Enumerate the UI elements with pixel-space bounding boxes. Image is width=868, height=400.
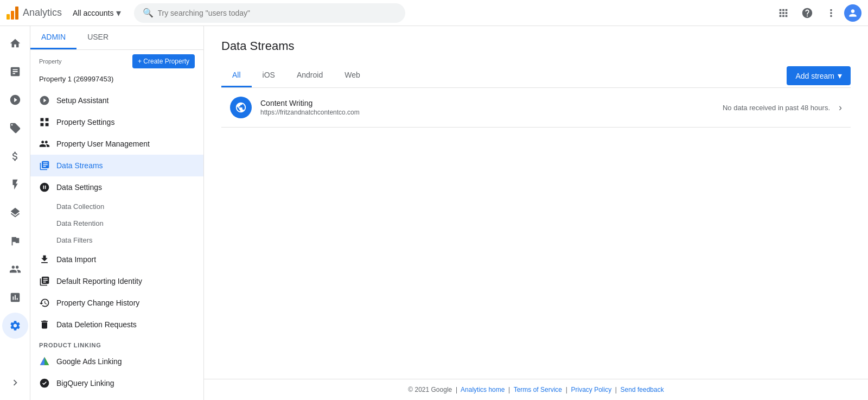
history-icon: [39, 297, 50, 308]
sidebar-item-property-user-management[interactable]: Property User Management: [30, 133, 203, 155]
sidebar-sub-item-data-retention[interactable]: Data Retention: [30, 215, 203, 232]
sidebar-item-label: Data Settings: [56, 183, 102, 192]
logo-bar-3: [15, 7, 18, 20]
stream-chevron-icon: ›: [839, 102, 842, 113]
main-layout: ADMIN USER Property + Create Property Pr…: [0, 26, 868, 400]
nav-reports-icon[interactable]: [2, 59, 28, 85]
product-linking-label: PRODUCT LINKING: [30, 335, 203, 351]
data-streams-icon: [39, 160, 50, 171]
svg-rect-0: [41, 118, 44, 122]
stream-globe-icon: [230, 97, 252, 118]
property-header-row: Property + Create Property: [30, 50, 203, 73]
google-ads-icon: [39, 356, 50, 367]
sidebar-item-label: Setup Assistant: [56, 96, 109, 105]
logo-bar-1: [7, 14, 10, 20]
main-content: Data Streams All iOS Android Web Add str…: [204, 26, 868, 379]
sidebar-item-default-reporting-identity[interactable]: Default Reporting Identity: [30, 270, 203, 292]
sidebar-item-label: BigQuery Linking: [56, 379, 114, 388]
nav-settings-icon[interactable]: [2, 313, 28, 339]
footer-link-privacy-policy[interactable]: Privacy Policy: [571, 386, 611, 393]
sidebar-item-data-settings[interactable]: Data Settings: [30, 176, 203, 198]
nav-explore-icon[interactable]: [2, 87, 28, 113]
svg-marker-6: [44, 357, 49, 365]
tab-ios[interactable]: iOS: [252, 64, 286, 87]
additional-settings-label: ADDITIONAL SETTINGS: [30, 394, 203, 400]
sidebar-item-data-streams[interactable]: Data Streams: [30, 155, 203, 176]
people-icon: [39, 138, 50, 149]
sidebar-item-label: Property Settings: [56, 118, 114, 126]
footer: © 2021 Google | Analytics home | Terms o…: [204, 379, 868, 400]
header-actions: [773, 2, 861, 24]
sidebar: ADMIN USER Property + Create Property Pr…: [30, 26, 204, 400]
chevron-down-icon: ▾: [116, 7, 121, 19]
sidebar-item-data-deletion-requests[interactable]: Data Deletion Requests: [30, 314, 203, 335]
sidebar-item-label: Google Ads Linking: [56, 357, 122, 366]
sidebar-item-label: Default Reporting Identity: [56, 277, 142, 285]
account-selector[interactable]: All accounts ▾: [68, 5, 125, 21]
property-settings-icon: [39, 117, 50, 128]
sidebar-sub-item-data-filters[interactable]: Data Filters: [30, 232, 203, 249]
reporting-identity-icon: [39, 276, 50, 287]
admin-user-tabs: ADMIN USER: [30, 26, 203, 50]
data-deletion-icon: [39, 319, 50, 330]
sidebar-item-label: Property User Management: [56, 139, 150, 148]
logo-area: Analytics: [7, 7, 64, 20]
data-settings-icon: [39, 182, 50, 193]
apps-icon-button[interactable]: [773, 2, 794, 24]
sidebar-item-bigquery-linking[interactable]: BigQuery Linking: [30, 372, 203, 394]
nav-layers-icon[interactable]: [2, 200, 28, 226]
stream-status: No data received in past 48 hours.: [723, 104, 830, 112]
stream-item[interactable]: Content Writing https://fritzandnatchcon…: [221, 88, 851, 128]
nav-flag-icon[interactable]: [2, 228, 28, 254]
bigquery-icon: [39, 378, 50, 389]
account-label: All accounts: [73, 9, 113, 17]
app-name: Analytics: [23, 7, 62, 18]
tab-user[interactable]: USER: [76, 26, 119, 49]
add-stream-button[interactable]: Add stream ▾: [787, 66, 851, 85]
stream-info: Content Writing https://fritzandnatchcon…: [260, 99, 714, 116]
search-input[interactable]: [158, 9, 397, 17]
page-title: Data Streams: [221, 39, 851, 53]
help-icon-button[interactable]: [796, 2, 818, 24]
more-options-icon-button[interactable]: [820, 2, 842, 24]
sidebar-sub-item-data-collection[interactable]: Data Collection: [30, 198, 203, 215]
tab-admin[interactable]: ADMIN: [30, 26, 76, 49]
nav-home-icon[interactable]: [2, 30, 28, 56]
nav-lightning-icon[interactable]: [2, 172, 28, 198]
stream-url: https://fritzandnatchcontentco.com: [260, 109, 714, 116]
sidebar-item-label: Data Deletion Requests: [56, 320, 137, 329]
search-bar[interactable]: 🔍: [134, 3, 405, 23]
tab-web[interactable]: Web: [334, 64, 371, 87]
sidebar-item-data-import[interactable]: Data Import: [30, 249, 203, 270]
svg-rect-2: [41, 123, 44, 126]
property-label: Property: [39, 58, 62, 65]
nav-tags-icon[interactable]: [2, 115, 28, 141]
nav-people-icon[interactable]: [2, 256, 28, 282]
footer-link-terms-of-service[interactable]: Terms of Service: [514, 386, 562, 393]
footer-link-send-feedback[interactable]: Send feedback: [621, 386, 664, 393]
nav-data-icon[interactable]: [2, 284, 28, 310]
avatar[interactable]: [844, 4, 861, 22]
svg-rect-1: [46, 118, 49, 122]
svg-marker-5: [40, 357, 44, 365]
header: Analytics All accounts ▾ 🔍: [0, 0, 868, 26]
stream-name: Content Writing: [260, 99, 714, 107]
nav-monetization-icon[interactable]: [2, 143, 28, 169]
tab-android[interactable]: Android: [286, 64, 334, 87]
google-analytics-logo: [7, 7, 18, 20]
sidebar-item-property-settings[interactable]: Property Settings: [30, 111, 203, 133]
sidebar-item-label: Data Streams: [56, 161, 103, 170]
tab-all[interactable]: All: [221, 64, 252, 87]
sidebar-item-label: Property Change History: [56, 299, 139, 307]
data-import-icon: [39, 254, 50, 265]
create-property-button[interactable]: + Create Property: [132, 54, 195, 68]
svg-rect-3: [46, 123, 49, 126]
footer-link-analytics-home[interactable]: Analytics home: [461, 386, 505, 393]
nav-expand-icon[interactable]: [2, 370, 28, 396]
left-nav: [0, 26, 30, 400]
sidebar-item-property-change-history[interactable]: Property Change History: [30, 292, 203, 314]
sidebar-item-setup-assistant[interactable]: Setup Assistant: [30, 90, 203, 111]
stream-list: Content Writing https://fritzandnatchcon…: [221, 88, 851, 128]
setup-assistant-icon: [39, 95, 50, 106]
sidebar-item-google-ads-linking[interactable]: Google Ads Linking: [30, 351, 203, 372]
